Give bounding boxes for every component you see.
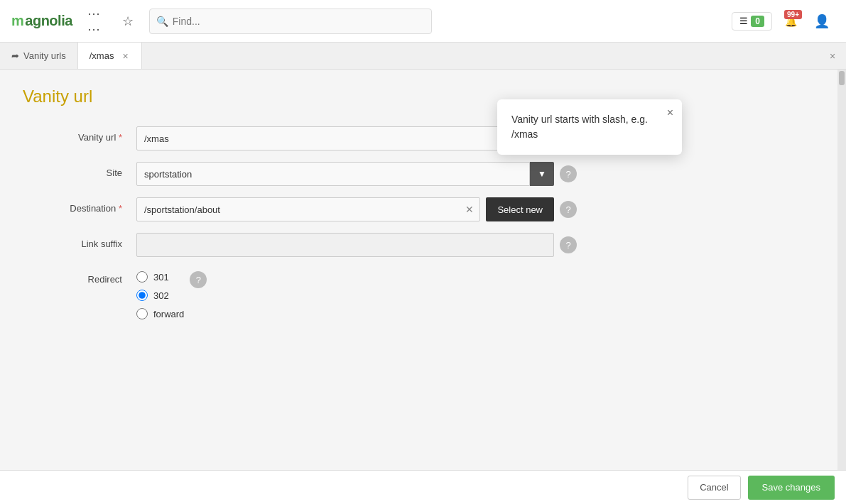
save-changes-button[interactable]: Save changes	[748, 476, 835, 500]
main-area: Vanity url Vanity url * ? Site	[0, 70, 846, 504]
cancel-button[interactable]: Cancel	[688, 476, 740, 500]
site-dropdown-wrap: ▼	[136, 162, 554, 186]
vanity-url-input[interactable]	[136, 126, 554, 150]
redirect-label-301: 301	[153, 272, 169, 283]
tab-home-label: Vanity urls	[23, 50, 66, 61]
site-label: Site	[23, 162, 136, 178]
page-title: Vanity url	[23, 87, 815, 106]
redirect-option-forward[interactable]: forward	[136, 308, 184, 319]
logo-rest: agnolia	[25, 13, 72, 29]
redirect-label: Redirect	[23, 268, 136, 285]
search-icon: 🔍	[156, 16, 168, 27]
home-tab-icon: ➦	[11, 50, 19, 61]
tooltip-close-button[interactable]: ×	[667, 106, 673, 119]
tasks-button[interactable]: ☰ 0	[732, 12, 772, 31]
select-new-button[interactable]: Select new	[486, 197, 554, 221]
star-icon[interactable]: ☆	[115, 9, 141, 34]
site-input[interactable]	[136, 162, 530, 186]
redirect-option-301[interactable]: 301	[136, 271, 184, 283]
destination-control: ✕ Select new ?	[136, 197, 577, 221]
destination-row: Destination * ✕ Select new ?	[23, 197, 577, 221]
tooltip-text: Vanity url starts with slash, e.g. /xmas	[511, 114, 648, 140]
redirect-radio-302[interactable]	[136, 290, 148, 301]
redirect-radio-group: 301 302 forward	[136, 268, 184, 319]
find-bar-wrapper: 🔍	[149, 9, 432, 34]
top-navigation: magnolia ⋯⋯ ☆ 🔍 ☰ 0 🔔 99+ 👤	[0, 0, 846, 43]
redirect-radio-forward[interactable]	[136, 308, 148, 319]
vanity-url-label: Vanity url *	[23, 126, 136, 143]
redirect-label-forward: forward	[153, 309, 184, 319]
logo-m: m	[11, 13, 23, 29]
user-button[interactable]: 👤	[809, 9, 835, 34]
tab-close-far-button[interactable]: ×	[819, 43, 846, 70]
content-with-scroll: Vanity url Vanity url * ? Site	[0, 70, 846, 504]
tooltip-popup: × Vanity url starts with slash, e.g. /xm…	[497, 99, 682, 155]
nav-right: ☰ 0 🔔 99+ 👤	[732, 9, 835, 34]
destination-label: Destination *	[23, 197, 136, 214]
link-suffix-control: ?	[136, 233, 577, 257]
destination-help-button[interactable]: ?	[560, 201, 577, 218]
tab-home[interactable]: ➦ Vanity urls	[0, 43, 78, 69]
site-control: ▼ ?	[136, 162, 577, 186]
app-logo: magnolia	[11, 13, 72, 29]
tab-active[interactable]: /xmas ×	[78, 43, 142, 69]
site-row: Site ▼ ?	[23, 162, 577, 186]
tasks-icon: ☰	[739, 16, 748, 26]
content-scroll: Vanity url Vanity url * ? Site	[0, 70, 837, 504]
tab-active-label: /xmas	[90, 50, 114, 61]
notifications-badge: 99+	[784, 10, 802, 19]
redirect-radio-301[interactable]	[136, 271, 148, 283]
tab-bar: ➦ Vanity urls /xmas × ×	[0, 43, 846, 70]
grid-icon[interactable]: ⋯⋯	[81, 9, 107, 34]
scroll-track[interactable]	[837, 70, 846, 504]
redirect-help-button[interactable]: ?	[190, 271, 207, 288]
link-suffix-label: Link suffix	[23, 233, 136, 249]
site-dropdown-button[interactable]: ▼	[530, 162, 554, 186]
tasks-badge: 0	[751, 16, 764, 27]
link-suffix-row: Link suffix ?	[23, 233, 577, 257]
vanity-url-row: Vanity url * ?	[23, 126, 577, 150]
find-input[interactable]	[149, 9, 432, 34]
redirect-row: Redirect 301 302 forward	[23, 268, 577, 319]
link-suffix-help-button[interactable]: ?	[560, 236, 577, 253]
bottom-bar: Cancel Save changes	[0, 470, 846, 504]
destination-clear-button[interactable]: ✕	[460, 197, 479, 221]
close-far-icon: ×	[830, 50, 835, 62]
link-suffix-input[interactable]	[136, 233, 554, 257]
tab-close-button[interactable]: ×	[121, 50, 129, 62]
redirect-option-302[interactable]: 302	[136, 290, 184, 301]
notifications-button[interactable]: 🔔 99+	[778, 9, 803, 34]
destination-input-wrap: ✕	[136, 197, 480, 221]
required-star-dest: *	[119, 203, 122, 214]
destination-input[interactable]	[137, 197, 460, 221]
redirect-control: 301 302 forward ?	[136, 268, 577, 319]
required-star-vanity: *	[119, 132, 122, 143]
scroll-thumb-top	[839, 71, 845, 85]
redirect-label-302: 302	[153, 290, 169, 301]
site-help-button[interactable]: ?	[560, 165, 577, 182]
